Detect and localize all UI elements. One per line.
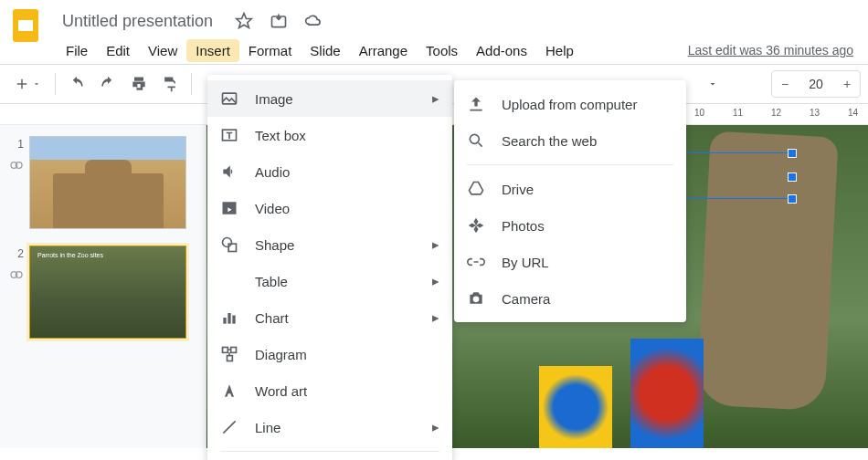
zoom-in-button[interactable]: +	[834, 71, 860, 97]
menu-view[interactable]: View	[139, 39, 186, 62]
slide-number: 1	[17, 138, 24, 151]
upload-icon	[467, 95, 485, 113]
audio-icon	[220, 162, 238, 181]
move-icon[interactable]	[270, 12, 288, 30]
image-photos[interactable]: Photos	[454, 207, 686, 244]
menu-label: Line	[255, 420, 281, 435]
insert-audio[interactable]: Audio	[207, 153, 452, 190]
star-icon[interactable]	[235, 12, 253, 30]
submenu-arrow-icon: ▸	[432, 90, 439, 107]
zoom-control: − 20 +	[771, 70, 861, 98]
svg-rect-15	[223, 348, 228, 353]
textbox-icon	[220, 126, 238, 144]
svg-rect-17	[228, 356, 233, 361]
image-drive[interactable]: Drive	[454, 171, 686, 207]
undo-button[interactable]	[63, 70, 90, 98]
slides-logo[interactable]	[7, 7, 44, 44]
insert-diagram[interactable]: Diagram	[207, 336, 452, 372]
ruler-tick: 11	[733, 108, 743, 118]
transition-icon	[9, 267, 24, 282]
insert-image[interactable]: Image ▸	[207, 80, 452, 117]
menu-label: Text box	[255, 128, 306, 143]
insert-shape[interactable]: Shape ▸	[207, 226, 452, 263]
svg-marker-2	[237, 14, 252, 28]
submenu-arrow-icon: ▸	[432, 419, 439, 435]
insert-wordart[interactable]: Word art	[207, 372, 452, 409]
video-icon	[220, 199, 238, 217]
camera-icon	[467, 289, 485, 308]
submenu-arrow-icon: ▸	[432, 273, 439, 289]
transition-icon	[9, 158, 24, 172]
menubar: File Edit View Insert Format Slide Arran…	[57, 37, 857, 64]
last-edit-link[interactable]: Last edit was 36 minutes ago	[688, 43, 857, 58]
menu-label: Photos	[502, 218, 545, 234]
insert-line[interactable]: Line ▸	[207, 409, 452, 445]
slide-thumb-2[interactable]: 2 Parrots in the Zoo sites	[0, 242, 206, 351]
blank-icon	[220, 272, 238, 290]
submenu-arrow-icon: ▸	[432, 309, 439, 326]
photos-icon	[467, 216, 485, 235]
menu-format[interactable]: Format	[239, 39, 302, 62]
menu-separator	[220, 451, 439, 452]
new-slide-button[interactable]	[7, 70, 48, 98]
selection-handle[interactable]	[788, 194, 797, 204]
zoom-value[interactable]: 20	[798, 77, 834, 91]
redo-button[interactable]	[94, 70, 122, 98]
menu-label: Word art	[255, 383, 307, 399]
svg-point-10	[223, 238, 232, 247]
menu-label: Drive	[502, 182, 534, 197]
image-submenu-popup: Upload from computer Search the web Driv…	[454, 80, 686, 322]
image-camera[interactable]: Camera	[454, 280, 686, 317]
menu-label: Video	[255, 201, 290, 216]
svg-rect-1	[18, 20, 33, 31]
thumb-caption: Parrots in the Zoo sites	[37, 252, 103, 258]
diagram-icon	[220, 345, 238, 363]
filmstrip: 1 2 Parrots in the Zoo sites	[0, 125, 206, 448]
insert-menu-popup: Image ▸ Text box Audio Video Shape ▸ Tab…	[207, 75, 452, 460]
menu-arrange[interactable]: Arrange	[350, 39, 417, 62]
wordart-icon	[220, 382, 238, 400]
submenu-arrow-icon: ▸	[432, 236, 439, 253]
menu-label: Image	[255, 91, 293, 107]
ruler-tick: 14	[848, 108, 858, 118]
menu-separator	[467, 164, 673, 165]
insert-textbox[interactable]: Text box	[207, 117, 452, 153]
svg-rect-11	[228, 244, 236, 251]
insert-table[interactable]: Table ▸	[207, 263, 452, 299]
toolbar-dropdown[interactable]	[702, 70, 724, 98]
image-upload[interactable]: Upload from computer	[454, 86, 686, 122]
svg-point-18	[470, 134, 479, 143]
slide-thumb-1[interactable]: 1	[0, 132, 206, 242]
drive-icon	[467, 180, 485, 198]
menu-label: Table	[255, 274, 288, 289]
ruler-tick: 13	[810, 108, 820, 118]
image-by-url[interactable]: By URL	[454, 244, 686, 280]
insert-chart[interactable]: Chart ▸	[207, 299, 452, 336]
insert-video[interactable]: Video	[207, 190, 452, 226]
menu-help[interactable]: Help	[536, 39, 583, 62]
menu-insert[interactable]: Insert	[186, 39, 239, 62]
image-search-web[interactable]: Search the web	[454, 122, 686, 159]
svg-rect-14	[232, 316, 235, 324]
menu-addons[interactable]: Add-ons	[467, 39, 536, 62]
selection-handle[interactable]	[788, 149, 797, 158]
menu-edit[interactable]: Edit	[97, 39, 139, 62]
menu-file[interactable]: File	[57, 39, 97, 62]
line-icon	[220, 418, 238, 436]
menu-label: Chart	[255, 310, 289, 326]
chart-icon	[220, 308, 238, 327]
menu-slide[interactable]: Slide	[301, 39, 349, 62]
cloud-icon[interactable]	[304, 12, 323, 30]
search-icon	[467, 131, 485, 150]
print-button[interactable]	[125, 70, 153, 98]
ruler-tick: 12	[771, 108, 781, 118]
menu-tools[interactable]: Tools	[417, 39, 467, 62]
menu-label: Camera	[502, 291, 550, 307]
menu-label: Shape	[255, 237, 294, 253]
svg-rect-16	[231, 348, 237, 353]
paint-format-button[interactable]	[156, 70, 184, 98]
selection-handle[interactable]	[788, 172, 797, 182]
ruler-tick: 10	[694, 108, 704, 118]
doc-title[interactable]: Untitled presentation	[57, 10, 218, 33]
zoom-out-button[interactable]: −	[772, 71, 798, 97]
